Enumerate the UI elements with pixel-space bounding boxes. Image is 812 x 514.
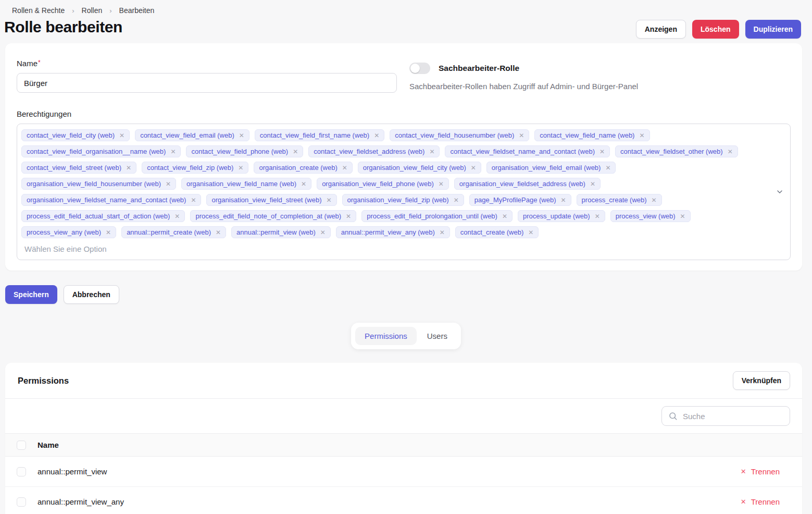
select-all-checkbox[interactable]	[17, 440, 26, 450]
show-button[interactable]: Anzeigen	[636, 20, 686, 39]
permissions-field-label: Berechtigungen	[17, 109, 791, 118]
detach-label: Trennen	[751, 497, 780, 506]
permission-tag: process_edit_field_actual_start_of_actio…	[21, 210, 185, 222]
tag-remove-icon[interactable]: ✕	[599, 149, 605, 155]
permission-tag: process_edit_field_note_of_completion_at…	[190, 210, 356, 222]
tag-remove-icon[interactable]: ✕	[561, 197, 566, 203]
tag-remove-icon[interactable]: ✕	[327, 197, 332, 203]
tag-remove-icon[interactable]: ✕	[502, 213, 507, 219]
permission-tag: contact_view_field_organisation__name (w…	[21, 145, 181, 157]
tag-remove-icon[interactable]: ✕	[590, 181, 595, 187]
permission-tag: contact_view_field_phone (web) ✕	[186, 145, 303, 157]
permission-tag: contact_view_field_name (web) ✕	[534, 129, 649, 141]
tab-group: Permissions Users	[351, 323, 461, 349]
breadcrumb-item-rollen-rechte[interactable]: Rollen & Rechte	[12, 6, 65, 15]
tag-remove-icon[interactable]: ✕	[293, 149, 298, 155]
tag-remove-icon[interactable]: ✕	[238, 165, 243, 171]
permissions-tag-list: contact_view_field_city (web) ✕ contact_…	[21, 129, 772, 238]
tab-permissions[interactable]: Permissions	[355, 327, 417, 345]
search-input[interactable]	[683, 412, 786, 421]
permission-tag-label: contact_view_field_name (web)	[540, 131, 634, 139]
permission-tag-label: contact_create (web)	[460, 228, 523, 236]
permission-tag: organisation_view_field_housenumber (web…	[21, 178, 176, 190]
permission-tag-label: contact_view_field_zip (web)	[147, 164, 233, 172]
attach-button[interactable]: Verknüpfen	[733, 371, 790, 390]
permission-tag-label: organisation_view_field_zip (web)	[347, 196, 449, 204]
permission-tag: contact_view_field_first_name (web) ✕	[255, 129, 384, 141]
delete-button[interactable]: Löschen	[692, 20, 739, 39]
permission-tag: annual::permit_view (web) ✕	[231, 226, 331, 238]
tag-remove-icon[interactable]: ✕	[454, 197, 459, 203]
tag-remove-icon[interactable]: ✕	[174, 213, 180, 219]
permission-tag-label: annual::permit_view (web)	[236, 228, 316, 236]
panel-title: Permissions	[18, 376, 69, 386]
permission-tag: annual::permit_view_any (web) ✕	[336, 226, 450, 238]
permission-tag: process_view (web) ✕	[610, 210, 691, 222]
permission-tag-label: process_create (web)	[582, 196, 647, 204]
permission-tag-label: organisation_view_fieldset_address (web)	[459, 180, 585, 188]
tag-remove-icon[interactable]: ✕	[106, 229, 111, 236]
tab-users[interactable]: Users	[418, 327, 457, 345]
tag-remove-icon[interactable]: ✕	[320, 229, 326, 236]
toggle-label: Sachbearbeiter-Rolle	[439, 64, 519, 73]
tag-remove-icon[interactable]: ✕	[239, 132, 244, 139]
permission-tag-label: annual::permit_create (web)	[127, 228, 211, 236]
tag-remove-icon[interactable]: ✕	[301, 181, 306, 187]
tag-remove-icon[interactable]: ✕	[170, 149, 176, 155]
chevron-down-icon[interactable]	[776, 188, 784, 196]
row-checkbox[interactable]	[17, 467, 26, 476]
tag-remove-icon[interactable]: ✕	[216, 229, 221, 236]
permission-tag-label: organisation_view_field_housenumber (web…	[27, 180, 161, 188]
detach-link[interactable]: ✕ Trennen	[741, 467, 780, 476]
tag-remove-icon[interactable]: ✕	[605, 165, 610, 171]
tag-remove-icon[interactable]: ✕	[440, 229, 445, 236]
tag-remove-icon[interactable]: ✕	[166, 181, 171, 187]
permission-name: annual::permit_view	[38, 467, 741, 476]
sachbearbeiter-toggle[interactable]	[409, 63, 430, 74]
row-checkbox[interactable]	[17, 497, 26, 507]
duplicate-button[interactable]: Duplizieren	[745, 20, 801, 39]
tag-remove-icon[interactable]: ✕	[639, 132, 644, 139]
permission-tag-label: contact_view_field_organisation__name (w…	[27, 148, 166, 155]
tag-remove-icon[interactable]: ✕	[429, 149, 434, 155]
role-form-card: Name* Sachbearbeiter-Rolle Sachbearbeite…	[5, 43, 802, 271]
save-button[interactable]: Speichern	[5, 285, 57, 304]
chevron-right-icon: ›	[109, 7, 111, 15]
tag-remove-icon[interactable]: ✕	[728, 149, 733, 155]
table-row: annual::permit_view_any ✕ Trennen	[5, 487, 802, 514]
tag-remove-icon[interactable]: ✕	[119, 132, 124, 139]
tag-remove-icon[interactable]: ✕	[126, 165, 131, 171]
permission-name: annual::permit_view_any	[38, 497, 741, 506]
permissions-multiselect[interactable]: contact_view_field_city (web) ✕ contact_…	[17, 124, 791, 260]
permission-tag-label: annual::permit_view_any (web)	[341, 228, 435, 236]
permission-tag-label: contact_view_field_first_name (web)	[260, 131, 369, 139]
tabs-wrap: Permissions Users	[0, 323, 812, 349]
tag-remove-icon[interactable]: ✕	[652, 197, 657, 203]
name-column-header: Name	[38, 440, 59, 449]
name-input[interactable]	[17, 73, 397, 93]
tag-remove-icon[interactable]: ✕	[342, 165, 347, 171]
tag-remove-icon[interactable]: ✕	[680, 213, 685, 219]
breadcrumb: Rollen & Rechte › Rollen › Bearbeiten	[12, 6, 801, 15]
tag-remove-icon[interactable]: ✕	[519, 132, 524, 139]
permission-tag: organisation_view_field_city (web) ✕	[358, 162, 481, 174]
tag-remove-icon[interactable]: ✕	[346, 213, 351, 219]
tag-remove-icon[interactable]: ✕	[528, 229, 533, 236]
tag-remove-icon[interactable]: ✕	[595, 213, 600, 219]
breadcrumb-item-bearbeiten[interactable]: Bearbeiten	[119, 6, 155, 15]
toggle-knob	[410, 64, 420, 73]
permissions-panel: Permissions Verknüpfen Name annual::perm…	[5, 363, 802, 514]
cancel-button[interactable]: Abbrechen	[64, 285, 119, 304]
tag-remove-icon[interactable]: ✕	[439, 181, 444, 187]
header-actions: Anzeigen Löschen Duplizieren	[636, 20, 801, 39]
tag-remove-icon[interactable]: ✕	[374, 132, 379, 139]
permission-tag-label: organisation_create (web)	[259, 164, 337, 172]
tag-remove-icon[interactable]: ✕	[191, 197, 196, 203]
detach-link[interactable]: ✕ Trennen	[741, 497, 780, 506]
tag-remove-icon[interactable]: ✕	[471, 165, 476, 171]
permission-tag-label: contact_view_fieldset_name_and_contact (…	[450, 148, 595, 155]
permission-tag: process_edit_field_prolongation_until (w…	[361, 210, 513, 222]
permission-tag-label: contact_view_field_street (web)	[27, 164, 121, 172]
permission-tag: contact_create (web) ✕	[455, 226, 539, 238]
breadcrumb-item-rollen[interactable]: Rollen	[82, 6, 103, 15]
